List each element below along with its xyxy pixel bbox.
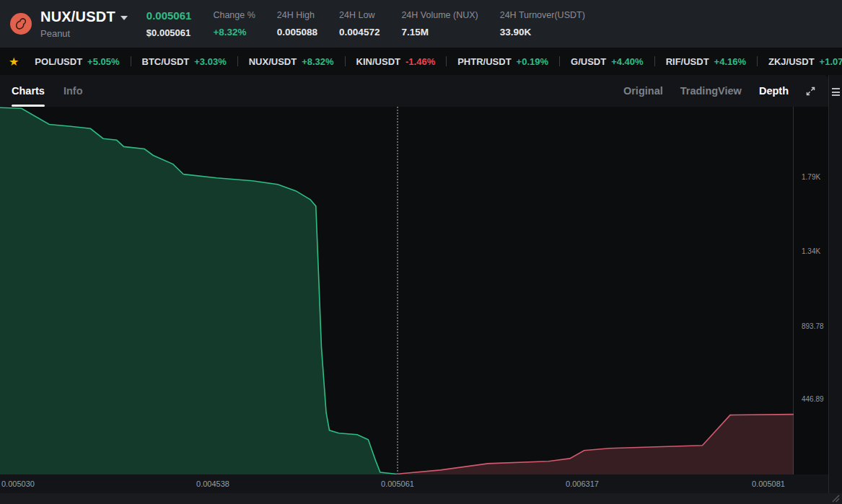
stat-label: 24H Volume (NUX) bbox=[401, 10, 478, 20]
ticker-pair: POL/USDT bbox=[35, 56, 82, 67]
x-tick-label: 0.006317 bbox=[566, 479, 599, 488]
ticker-item-kin-usdt[interactable]: KIN/USDT-1.46% bbox=[356, 56, 436, 67]
stat-value: 7.15M bbox=[401, 27, 478, 37]
ticker-divider bbox=[757, 56, 758, 66]
stat-24h-turnover-usdt: 24H Turnover(USDT)33.90K bbox=[500, 10, 585, 37]
ticker-pair: BTC/USDT bbox=[142, 56, 190, 67]
chevron-down-icon bbox=[120, 16, 128, 20]
ticker-divider bbox=[345, 56, 346, 66]
stat-label: 24H Low bbox=[339, 10, 380, 20]
stat-value: 0.005088 bbox=[277, 27, 317, 37]
ticker-change: +8.32% bbox=[302, 56, 333, 67]
pair-subtitle: Peanut bbox=[40, 28, 128, 39]
stat-value: 0.004572 bbox=[339, 27, 380, 37]
ticker-pair: NUX/USDT bbox=[249, 56, 297, 67]
ticker-pair: RIF/USDT bbox=[666, 56, 709, 67]
last-price: 0.005061 bbox=[146, 9, 192, 22]
ticker-pair: G/USDT bbox=[571, 56, 606, 67]
stat-label: 24H High bbox=[277, 10, 317, 20]
ticker-item-zkj-usdt[interactable]: ZKJ/USDT+1.07% bbox=[768, 56, 842, 67]
ticker-divider bbox=[237, 56, 238, 66]
chart-tab-bar: ChartsInfo OriginalTradingViewDepth bbox=[0, 75, 828, 107]
ticker-pair: ZKJ/USDT bbox=[768, 56, 815, 67]
ticker-divider bbox=[446, 56, 447, 66]
stat-24h-low: 24H Low0.004572 bbox=[339, 10, 380, 37]
view-tab-depth[interactable]: Depth bbox=[759, 85, 789, 97]
stat-24h-high: 24H High0.005088 bbox=[277, 10, 317, 37]
ticker-change: +0.19% bbox=[517, 56, 548, 67]
tab-label: Info bbox=[63, 85, 83, 97]
stat-value: +8.32% bbox=[213, 27, 255, 37]
y-axis-labels: 1.79K1.34K893.78446.89 bbox=[794, 107, 828, 474]
resize-grip[interactable] bbox=[831, 494, 840, 503]
stats-row: Change %+8.32%24H High0.00508824H Low0.0… bbox=[213, 10, 584, 37]
ticker-divider bbox=[654, 56, 655, 66]
tab-info[interactable]: Info bbox=[63, 75, 83, 107]
ticker-pair: KIN/USDT bbox=[356, 56, 400, 67]
menu-button[interactable] bbox=[832, 88, 840, 98]
depth-chart[interactable] bbox=[0, 107, 794, 474]
ticker-change: +5.05% bbox=[87, 56, 119, 67]
ticker-item-rif-usdt[interactable]: RIF/USDT+4.16% bbox=[666, 56, 746, 67]
asks-area bbox=[398, 415, 794, 474]
y-tick-label: 1.79K bbox=[802, 173, 820, 181]
stat-24h-volume-nux: 24H Volume (NUX)7.15M bbox=[401, 10, 478, 37]
bottom-strip bbox=[0, 493, 842, 504]
ticker-pair: PHTR/USDT bbox=[457, 56, 511, 67]
token-logo bbox=[10, 13, 32, 35]
ticker-change: +3.03% bbox=[194, 56, 226, 67]
chart-view-switcher: OriginalTradingViewDepth bbox=[606, 85, 789, 97]
fullscreen-button[interactable] bbox=[804, 85, 817, 97]
stat-label: Change % bbox=[213, 10, 255, 20]
x-axis: 0.0050300.0045380.0050610.0063170.005081 bbox=[0, 474, 828, 493]
ticker-item-pol-usdt[interactable]: POL/USDT+5.05% bbox=[35, 56, 119, 67]
x-tick-label: 0.005030 bbox=[1, 479, 35, 488]
tab-charts[interactable]: Charts bbox=[12, 75, 45, 107]
ticker-item-g-usdt[interactable]: G/USDT+4.40% bbox=[571, 56, 644, 67]
usd-price: $0.005061 bbox=[146, 27, 192, 38]
ticker-items: POL/USDT+5.05%BTC/USDT+3.03%NUX/USDT+8.3… bbox=[35, 56, 842, 67]
y-tick-label: 893.78 bbox=[802, 322, 824, 330]
stat-label: 24H Turnover(USDT) bbox=[500, 10, 585, 20]
y-tick-label: 1.34K bbox=[802, 247, 820, 255]
mid-price-line bbox=[397, 107, 398, 474]
x-tick-label: 0.004538 bbox=[196, 479, 229, 488]
ticker-divider bbox=[559, 56, 560, 66]
ticker-item-nux-usdt[interactable]: NUX/USDT+8.32% bbox=[249, 56, 334, 67]
tab-label: Charts bbox=[12, 85, 45, 97]
bids-area bbox=[0, 107, 397, 474]
expand-icon bbox=[804, 85, 817, 97]
ticker-divider bbox=[131, 56, 131, 66]
ticker-item-phtr-usdt[interactable]: PHTR/USDT+0.19% bbox=[457, 56, 548, 67]
ticker-change: +4.40% bbox=[611, 56, 643, 67]
view-tab-original[interactable]: Original bbox=[623, 85, 663, 97]
view-tab-tradingview[interactable]: TradingView bbox=[680, 85, 742, 97]
x-tick-label: 0.005081 bbox=[752, 479, 785, 488]
ticker-item-btc-usdt[interactable]: BTC/USDT+3.03% bbox=[142, 56, 227, 67]
ticker-change: -1.46% bbox=[405, 56, 435, 67]
pair-title: NUX/USDT bbox=[40, 9, 115, 25]
ticker-change: +4.16% bbox=[714, 56, 746, 67]
left-tabs: ChartsInfo bbox=[12, 75, 102, 107]
stat-value: 33.90K bbox=[500, 27, 585, 37]
menu-icon bbox=[832, 88, 840, 89]
x-tick-label: 0.005061 bbox=[381, 479, 414, 488]
stat-change: Change %+8.32% bbox=[213, 10, 255, 37]
ticker-change: +1.07% bbox=[820, 56, 842, 67]
right-rail bbox=[828, 75, 842, 493]
price-block: 0.005061 $0.005061 bbox=[146, 9, 192, 38]
pair-selector[interactable]: NUX/USDT Peanut bbox=[40, 9, 128, 39]
header-bar: NUX/USDT Peanut 0.005061 $0.005061 Chang… bbox=[0, 0, 842, 48]
peanut-icon bbox=[14, 17, 28, 31]
y-tick-label: 446.89 bbox=[802, 395, 824, 403]
ticker-strip: ★ POL/USDT+5.05%BTC/USDT+3.03%NUX/USDT+8… bbox=[0, 48, 842, 75]
favorites-star-icon[interactable]: ★ bbox=[9, 55, 19, 68]
